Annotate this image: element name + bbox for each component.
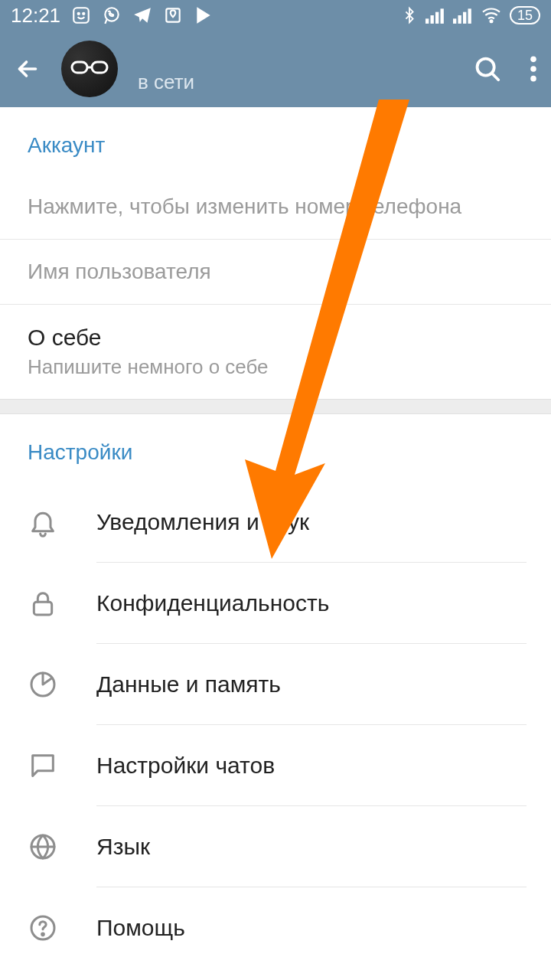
svg-point-1 — [78, 13, 80, 15]
wifi-icon — [481, 7, 502, 24]
svg-rect-20 — [34, 602, 51, 615]
more-vert-icon — [530, 54, 537, 83]
svg-rect-12 — [468, 8, 471, 24]
battery-indicator: 15 — [510, 6, 540, 24]
phone-row[interactable]: Нажмите, чтобы изменить номер телефона — [0, 175, 551, 240]
about-row[interactable]: О себе Напишите немного о себе — [0, 305, 551, 399]
signal-icon-2 — [453, 7, 473, 24]
about-title: О себе — [28, 325, 527, 351]
avatar[interactable] — [61, 41, 118, 97]
bell-icon — [28, 507, 58, 537]
svg-point-13 — [491, 20, 493, 22]
settings-item-label: Настройки чатов — [96, 753, 275, 779]
section-divider — [0, 399, 551, 414]
svg-rect-10 — [458, 15, 461, 24]
chat-icon — [28, 750, 58, 781]
settings-item-label: Язык — [96, 834, 150, 860]
svg-rect-14 — [72, 62, 87, 73]
settings-item-help[interactable]: Помощь — [0, 887, 551, 969]
svg-rect-0 — [73, 8, 89, 23]
settings-item-label: Помощь — [96, 915, 185, 941]
svg-point-24 — [42, 933, 44, 936]
svg-rect-9 — [453, 18, 456, 24]
pie-icon — [28, 669, 58, 700]
overflow-menu-button[interactable] — [530, 54, 537, 83]
back-button[interactable] — [14, 55, 41, 83]
signal-icon — [425, 7, 445, 24]
svg-rect-7 — [435, 12, 439, 24]
settings-item-chats[interactable]: Настройки чатов — [0, 725, 551, 806]
svg-point-19 — [530, 76, 536, 82]
telegram-icon — [132, 5, 152, 25]
smile-icon — [71, 5, 91, 25]
settings-item-label: Конфиденциальность — [96, 590, 329, 616]
app-bar: в сети — [0, 31, 551, 107]
svg-rect-11 — [463, 12, 466, 24]
settings-item-notifications[interactable]: Уведомления и звук — [0, 482, 551, 563]
help-icon — [28, 913, 58, 943]
settings-item-label: Данные и память — [96, 671, 281, 697]
phone-placeholder: Нажмите, чтобы изменить номер телефона — [28, 194, 527, 219]
user-status: в сети — [138, 70, 447, 94]
svg-point-2 — [83, 13, 84, 15]
maps-icon — [163, 5, 183, 25]
settings-item-language[interactable]: Язык — [0, 806, 551, 887]
play-icon — [194, 5, 214, 25]
search-icon — [473, 54, 502, 83]
svg-point-17 — [530, 57, 536, 63]
svg-point-18 — [530, 66, 536, 72]
settings-list: Уведомления и звук Конфиденциальность Да… — [0, 482, 551, 969]
search-button[interactable] — [473, 54, 502, 83]
about-hint: Напишите немного о себе — [28, 355, 527, 379]
settings-section-title: Настройки — [0, 414, 551, 482]
svg-rect-5 — [425, 18, 429, 24]
status-bar: 12:21 15 — [0, 0, 551, 31]
version-text: Telegram для Android v5.11.0 (1705) arm6… — [0, 969, 551, 980]
settings-item-label: Уведомления и звук — [96, 509, 309, 535]
username-label: Имя пользователя — [28, 260, 527, 284]
globe-icon — [28, 831, 58, 862]
account-section-title: Аккаунт — [0, 107, 551, 175]
lock-icon — [28, 588, 58, 619]
svg-rect-6 — [430, 15, 433, 24]
status-time: 12:21 — [11, 4, 60, 28]
settings-item-privacy[interactable]: Конфиденциальность — [0, 563, 551, 644]
bluetooth-icon — [401, 5, 418, 25]
svg-rect-15 — [92, 62, 107, 73]
whatsapp-icon — [102, 5, 122, 25]
settings-item-data[interactable]: Данные и память — [0, 644, 551, 725]
svg-rect-8 — [440, 8, 443, 24]
username-row[interactable]: Имя пользователя — [0, 240, 551, 305]
